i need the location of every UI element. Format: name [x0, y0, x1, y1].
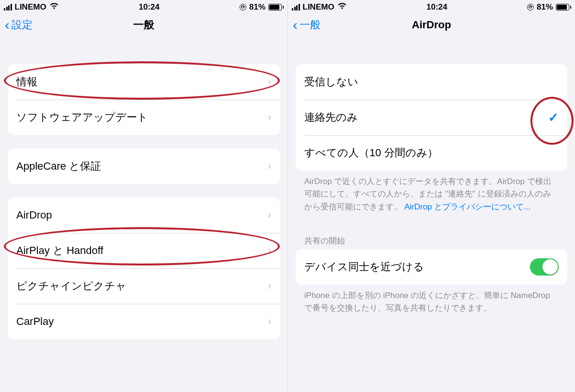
wifi-icon: [337, 2, 347, 12]
chevron-right-icon: ›: [268, 315, 271, 328]
back-label: 一般: [299, 18, 321, 32]
checkmark-icon: ✓: [548, 110, 559, 125]
row-airplay-handoff[interactable]: AirPlay と Handoff ›: [8, 233, 280, 268]
row-software-update[interactable]: ソフトウェアアップデート ›: [8, 100, 280, 135]
page-title: 一般: [0, 18, 288, 32]
group-start-sharing: デバイス同士を近づける: [296, 249, 567, 285]
option-contacts-only[interactable]: 連絡先のみ ✓: [296, 100, 567, 135]
group-applecare: AppleCare と保証 ›: [8, 149, 280, 184]
nav-bar: ‹ 設定 一般: [0, 13, 288, 40]
pane-general: LINEMO 10:24 ⟳ 81% ‹ 設定 一般: [0, 0, 288, 392]
airdrop-footer: AirDrop で近くの人とすぐにデータを共有できます。AirDrop で検出可…: [304, 175, 559, 213]
row-label: AppleCare と保証: [16, 159, 268, 173]
row-bring-devices-together[interactable]: デバイス同士を近づける: [296, 249, 567, 285]
wifi-icon: [49, 2, 59, 12]
carrier-label: LINEMO: [15, 2, 46, 12]
row-airdrop[interactable]: AirDrop ›: [8, 197, 280, 233]
option-receiving-off[interactable]: 受信しない: [296, 64, 567, 100]
chevron-right-icon: ›: [268, 111, 271, 124]
chevron-right-icon: ›: [268, 209, 271, 221]
row-label: AirPlay と Handoff: [16, 243, 268, 258]
toggle-switch[interactable]: [530, 258, 559, 276]
namedrop-footer: iPhone の上部を別の iPhone の近くにかざすと、簡単に NameDr…: [304, 289, 559, 315]
cellular-signal-icon: [4, 4, 12, 11]
row-label: AirDrop: [16, 209, 268, 221]
row-label: CarPlay: [16, 315, 268, 328]
group-about: 情報 › ソフトウェアアップデート ›: [8, 64, 280, 135]
nav-bar: ‹ 一般 AirDrop: [288, 13, 575, 40]
chevron-right-icon: ›: [268, 160, 271, 173]
status-bar: LINEMO 10:24 ⟳ 81%: [288, 0, 575, 13]
section-header: 共有の開始: [304, 235, 559, 246]
option-label: 連絡先のみ: [304, 110, 548, 125]
carrier-label: LINEMO: [303, 2, 334, 12]
battery-icon: [556, 4, 571, 11]
airdrop-privacy-link[interactable]: AirDrop とプライバシーについて...: [404, 202, 531, 211]
row-label: 情報: [16, 75, 268, 89]
option-label: 受信しない: [304, 75, 559, 89]
battery-icon: [268, 4, 284, 11]
chevron-right-icon: ›: [268, 76, 271, 88]
clock: 10:24: [59, 2, 240, 12]
chevron-right-icon: ›: [268, 280, 271, 292]
group-sharing: AirDrop › AirPlay と Handoff › ピクチャインピクチャ…: [8, 197, 280, 339]
clock: 10:24: [347, 2, 527, 12]
battery-percent: 81%: [249, 2, 265, 12]
pane-airdrop: LINEMO 10:24 ⟳ 81% ‹ 一般 AirDrop: [288, 0, 575, 392]
option-everyone[interactable]: すべての人（10 分間のみ）: [296, 135, 567, 171]
back-label: 設定: [12, 18, 33, 32]
row-label: デバイス同士を近づける: [304, 260, 530, 274]
cellular-signal-icon: [292, 4, 300, 11]
row-applecare[interactable]: AppleCare と保証 ›: [8, 149, 280, 184]
orientation-lock-icon: ⟳: [240, 4, 246, 11]
battery-percent: 81%: [537, 2, 553, 12]
back-button[interactable]: ‹ 設定: [5, 18, 33, 32]
group-airdrop-options: 受信しない 連絡先のみ ✓ すべての人（10 分間のみ）: [296, 64, 567, 171]
page-title: AirDrop: [288, 19, 575, 31]
orientation-lock-icon: ⟳: [527, 4, 534, 11]
row-label: ソフトウェアアップデート: [16, 110, 268, 125]
row-label: ピクチャインピクチャ: [16, 279, 268, 293]
row-carplay[interactable]: CarPlay ›: [8, 304, 280, 339]
back-button[interactable]: ‹ 一般: [293, 18, 321, 32]
chevron-left-icon: ‹: [293, 18, 298, 32]
status-bar: LINEMO 10:24 ⟳ 81%: [0, 0, 288, 13]
row-picture-in-picture[interactable]: ピクチャインピクチャ ›: [8, 268, 280, 304]
chevron-right-icon: ›: [268, 244, 271, 257]
row-about[interactable]: 情報 ›: [8, 64, 280, 100]
option-label: すべての人（10 分間のみ）: [304, 146, 559, 160]
chevron-left-icon: ‹: [5, 18, 10, 32]
